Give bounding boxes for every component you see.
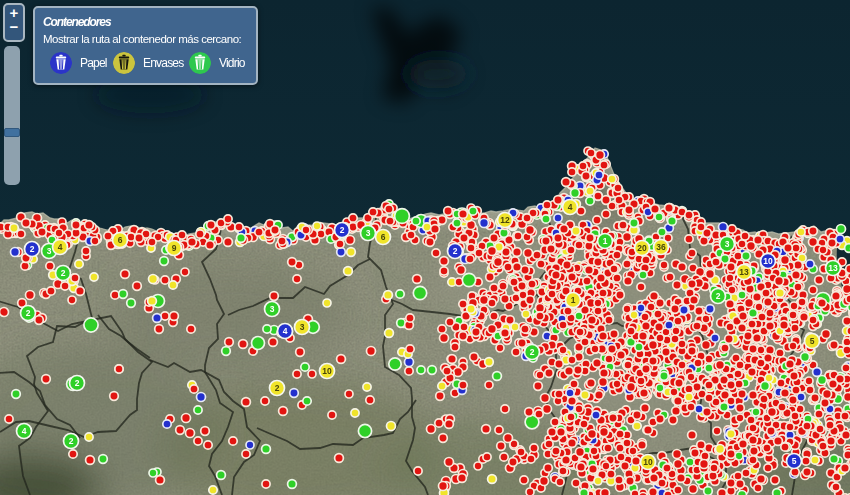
svg-text:12: 12 <box>500 215 510 225</box>
svg-text:4: 4 <box>58 242 63 252</box>
svg-text:10: 10 <box>763 256 773 266</box>
svg-text:6: 6 <box>118 235 123 245</box>
svg-text:10: 10 <box>643 457 653 467</box>
svg-text:9: 9 <box>172 243 177 253</box>
svg-text:2: 2 <box>453 246 458 256</box>
svg-text:2: 2 <box>69 436 74 446</box>
svg-text:4: 4 <box>568 202 573 212</box>
svg-text:4: 4 <box>283 326 288 336</box>
svg-text:4: 4 <box>22 426 27 436</box>
svg-text:2: 2 <box>275 383 280 393</box>
svg-text:3: 3 <box>366 228 371 238</box>
svg-text:2: 2 <box>30 244 35 254</box>
svg-text:1: 1 <box>571 295 576 305</box>
svg-text:2: 2 <box>61 268 66 278</box>
svg-text:13: 13 <box>739 267 749 277</box>
svg-text:6: 6 <box>381 232 386 242</box>
svg-text:36: 36 <box>656 242 666 252</box>
svg-text:2: 2 <box>340 225 345 235</box>
svg-text:3: 3 <box>270 304 275 314</box>
svg-text:2: 2 <box>75 378 80 388</box>
svg-text:3: 3 <box>47 246 52 256</box>
svg-text:13: 13 <box>828 263 838 273</box>
svg-text:20: 20 <box>637 243 647 253</box>
svg-text:10: 10 <box>322 366 332 376</box>
svg-text:5: 5 <box>810 336 815 346</box>
svg-text:1: 1 <box>603 236 608 246</box>
svg-text:2: 2 <box>26 308 31 318</box>
svg-text:2: 2 <box>530 347 535 357</box>
svg-text:3: 3 <box>300 322 305 332</box>
svg-text:5: 5 <box>792 456 797 466</box>
svg-text:3: 3 <box>725 239 730 249</box>
svg-text:2: 2 <box>716 291 721 301</box>
